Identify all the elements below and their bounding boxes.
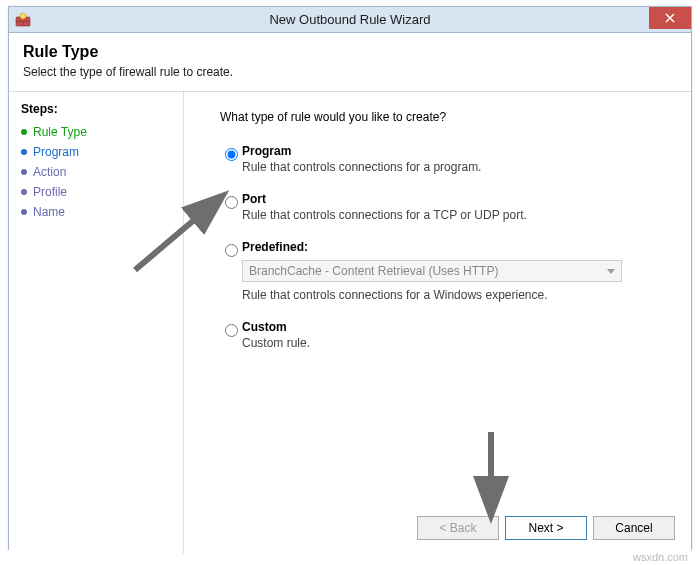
option-custom: Custom Custom rule. [220, 320, 671, 350]
back-button: < Back [417, 516, 499, 540]
radio-predefined[interactable] [225, 244, 238, 257]
window-title: New Outbound Rule Wizard [9, 12, 691, 27]
option-desc: Rule that controls connections for a pro… [242, 160, 671, 174]
step-rule-type[interactable]: Rule Type [21, 122, 171, 142]
wizard-content: What type of rule would you like to crea… [184, 92, 691, 554]
step-label: Action [33, 165, 66, 179]
watermark: wsxdn.com [633, 551, 688, 563]
steps-label: Steps: [21, 102, 171, 116]
step-bullet-icon [21, 209, 27, 215]
combo-value: BranchCache - Content Retrieval (Uses HT… [249, 264, 498, 278]
option-desc: Rule that controls connections for a Win… [242, 288, 671, 302]
radio-port[interactable] [225, 196, 238, 209]
radio-program[interactable] [225, 148, 238, 161]
option-title: Predefined: [242, 240, 671, 254]
wizard-body: Steps: Rule Type Program Action Profile … [9, 92, 691, 554]
step-name[interactable]: Name [21, 202, 171, 222]
step-label: Program [33, 145, 79, 159]
option-predefined: Predefined: BranchCache - Content Retrie… [220, 240, 671, 302]
page-title: Rule Type [23, 43, 677, 61]
option-port: Port Rule that controls connections for … [220, 192, 671, 222]
close-button[interactable] [649, 7, 691, 29]
titlebar: New Outbound Rule Wizard [9, 7, 691, 33]
predefined-combo: BranchCache - Content Retrieval (Uses HT… [242, 260, 622, 282]
cancel-button[interactable]: Cancel [593, 516, 675, 540]
page-subtitle: Select the type of firewall rule to crea… [23, 65, 677, 79]
step-action[interactable]: Action [21, 162, 171, 182]
content-prompt: What type of rule would you like to crea… [220, 110, 671, 124]
wizard-buttons: < Back Next > Cancel [417, 516, 675, 540]
steps-sidebar: Steps: Rule Type Program Action Profile … [9, 92, 184, 554]
step-label: Name [33, 205, 65, 219]
wizard-header: Rule Type Select the type of firewall ru… [9, 33, 691, 92]
option-title: Program [242, 144, 671, 158]
next-button[interactable]: Next > [505, 516, 587, 540]
wizard-window: New Outbound Rule Wizard Rule Type Selec… [8, 6, 692, 550]
step-bullet-icon [21, 149, 27, 155]
step-label: Profile [33, 185, 67, 199]
step-bullet-icon [21, 129, 27, 135]
option-title: Custom [242, 320, 671, 334]
step-bullet-icon [21, 189, 27, 195]
step-label: Rule Type [33, 125, 87, 139]
option-title: Port [242, 192, 671, 206]
option-program: Program Rule that controls connections f… [220, 144, 671, 174]
svg-point-5 [20, 13, 26, 19]
option-desc: Custom rule. [242, 336, 671, 350]
radio-custom[interactable] [225, 324, 238, 337]
firewall-icon [15, 12, 31, 28]
step-program[interactable]: Program [21, 142, 171, 162]
option-desc: Rule that controls connections for a TCP… [242, 208, 671, 222]
step-profile[interactable]: Profile [21, 182, 171, 202]
step-bullet-icon [21, 169, 27, 175]
